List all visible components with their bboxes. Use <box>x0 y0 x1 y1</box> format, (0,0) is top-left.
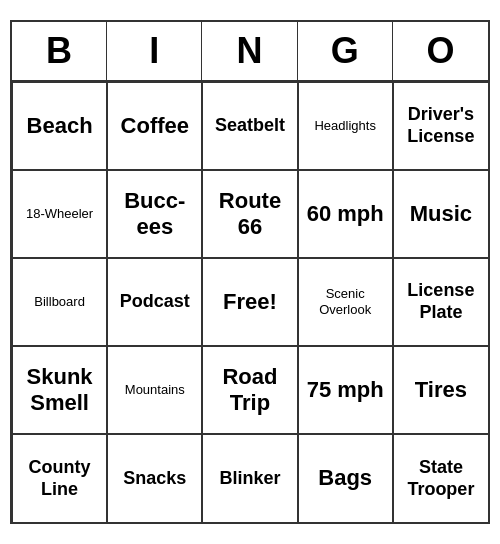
header-letter: O <box>393 22 488 80</box>
bingo-cell: License Plate <box>393 258 488 346</box>
bingo-cell: 60 mph <box>298 170 393 258</box>
header-letter: N <box>202 22 297 80</box>
bingo-cell: Tires <box>393 346 488 434</box>
header-letter: G <box>298 22 393 80</box>
bingo-cell: Music <box>393 170 488 258</box>
bingo-cell: Driver's License <box>393 82 488 170</box>
bingo-cell: Seatbelt <box>202 82 297 170</box>
bingo-cell: Bucc-ees <box>107 170 202 258</box>
bingo-cell: 18-Wheeler <box>12 170 107 258</box>
bingo-cell: Route 66 <box>202 170 297 258</box>
bingo-cell: Beach <box>12 82 107 170</box>
bingo-cell: Snacks <box>107 434 202 522</box>
bingo-cell: Blinker <box>202 434 297 522</box>
bingo-cell: Coffee <box>107 82 202 170</box>
bingo-cell: County Line <box>12 434 107 522</box>
bingo-cell: 75 mph <box>298 346 393 434</box>
bingo-cell: Free! <box>202 258 297 346</box>
bingo-cell: Skunk Smell <box>12 346 107 434</box>
bingo-header: BINGO <box>12 22 488 82</box>
bingo-cell: State Trooper <box>393 434 488 522</box>
header-letter: I <box>107 22 202 80</box>
header-letter: B <box>12 22 107 80</box>
bingo-cell: Mountains <box>107 346 202 434</box>
bingo-cell: Billboard <box>12 258 107 346</box>
bingo-card: BINGO BeachCoffeeSeatbeltHeadlightsDrive… <box>10 20 490 524</box>
bingo-cell: Bags <box>298 434 393 522</box>
bingo-grid: BeachCoffeeSeatbeltHeadlightsDriver's Li… <box>12 82 488 522</box>
bingo-cell: Podcast <box>107 258 202 346</box>
bingo-cell: Road Trip <box>202 346 297 434</box>
bingo-cell: Scenic Overlook <box>298 258 393 346</box>
bingo-cell: Headlights <box>298 82 393 170</box>
